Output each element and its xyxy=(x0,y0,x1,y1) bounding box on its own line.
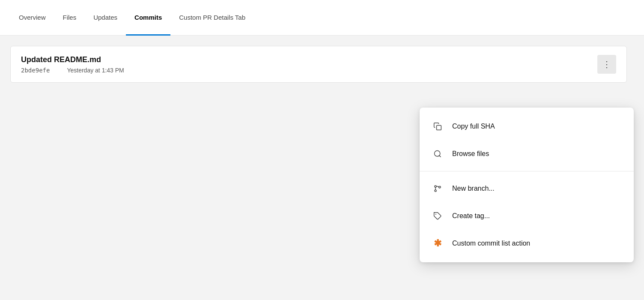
menu-item-custom-action[interactable]: ✱ Custom commit list action xyxy=(420,230,634,257)
tab-overview[interactable]: Overview xyxy=(10,0,54,36)
ellipsis-icon: ⋮ xyxy=(602,59,611,69)
commit-meta: 2bde9efe Yesterday at 1:43 PM xyxy=(21,67,124,74)
menu-divider xyxy=(420,171,634,171)
tab-updates[interactable]: Updates xyxy=(85,0,126,36)
svg-point-3 xyxy=(435,186,436,187)
copy-icon xyxy=(432,120,444,132)
menu-label-browse-files: Browse files xyxy=(452,150,489,158)
dropdown-menu: Copy full SHA Browse files xyxy=(420,108,634,262)
menu-label-custom-action: Custom commit list action xyxy=(452,240,530,247)
svg-point-1 xyxy=(435,151,440,156)
menu-item-browse-files[interactable]: Browse files xyxy=(420,140,634,168)
search-icon xyxy=(432,148,444,160)
commit-card: Updated README.md 2bde9efe Yesterday at … xyxy=(10,46,627,83)
main-content: Updated README.md 2bde9efe Yesterday at … xyxy=(0,36,644,300)
branch-icon xyxy=(432,183,444,195)
tab-files[interactable]: Files xyxy=(54,0,85,36)
menu-item-create-tag[interactable]: Create tag... xyxy=(420,202,634,230)
tab-custom-pr[interactable]: Custom PR Details Tab xyxy=(170,0,254,36)
menu-item-copy-sha[interactable]: Copy full SHA xyxy=(420,113,634,140)
menu-label-create-tag: Create tag... xyxy=(452,212,490,220)
menu-label-copy-sha: Copy full SHA xyxy=(452,123,495,130)
commit-sha: 2bde9efe xyxy=(21,67,50,74)
menu-item-new-branch[interactable]: New branch... xyxy=(420,175,634,202)
svg-point-5 xyxy=(435,190,436,192)
more-button[interactable]: ⋮ xyxy=(597,55,616,74)
tag-icon xyxy=(432,210,444,222)
commit-title: Updated README.md xyxy=(21,55,124,64)
svg-rect-0 xyxy=(437,126,441,130)
svg-line-2 xyxy=(439,156,441,157)
commit-info: Updated README.md 2bde9efe Yesterday at … xyxy=(21,55,124,74)
menu-label-new-branch: New branch... xyxy=(452,185,495,192)
commit-time: Yesterday at 1:43 PM xyxy=(67,67,124,74)
asterisk-icon: ✱ xyxy=(432,237,444,249)
tab-bar: Overview Files Updates Commits Custom PR… xyxy=(0,0,644,36)
tab-commits[interactable]: Commits xyxy=(126,0,170,36)
